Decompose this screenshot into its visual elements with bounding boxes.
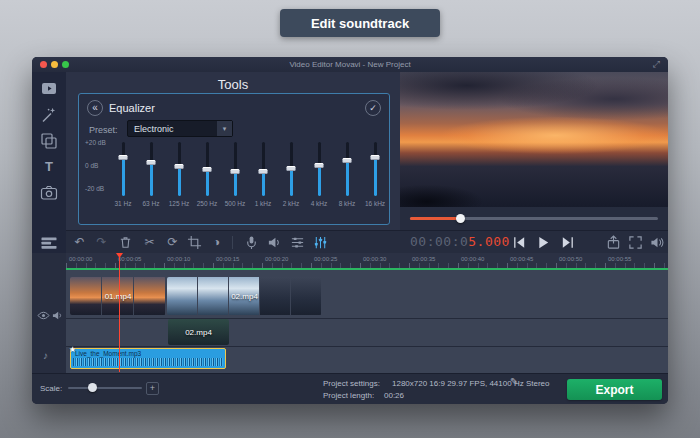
video-clip-2[interactable]: 02.mp4 [167,277,322,315]
sidebar: T [32,72,66,253]
tooltip-label: Edit soundtrack [311,16,409,31]
eq-band-label: 500 Hz [221,200,249,207]
overlay-clip[interactable]: 02.mp4 [168,319,229,345]
eq-band-slider[interactable] [150,142,153,196]
rotate-icon[interactable]: ⟳ [165,235,180,250]
delete-icon[interactable] [118,235,133,250]
eq-band-thumb[interactable] [147,160,156,165]
eq-band: 63 Hz [137,142,165,218]
eq-band-slider[interactable] [234,142,237,196]
project-length-value: 00:26 [384,391,404,400]
timeline-tracks-icon[interactable] [40,234,58,252]
eq-band-thumb[interactable] [315,163,324,168]
preset-label: Preset: [89,125,118,135]
titles-icon[interactable]: T [40,158,58,176]
timeline-tracks[interactable]: 01.mp4 02.mp4 02.mp4 ★ Live_the_Moment.m… [66,270,668,373]
redo-icon[interactable]: ↷ [94,235,109,250]
ruler-label: 00:00:00 [69,256,92,262]
filters-icon[interactable] [40,132,58,150]
equalizer-tool-icon[interactable] [313,235,328,250]
seek-bar-thumb[interactable] [456,214,465,223]
eq-band-fill [374,157,377,196]
audio-clip[interactable]: ★ Live_the_Moment.mp3 [70,348,226,369]
volume-icon[interactable] [650,235,665,250]
equalizer-title: Equalizer [109,102,155,114]
tools-panel: Tools « Equalizer ✓ Preset: Electronic ▾… [66,72,400,230]
tools-panel-title: Tools [66,77,400,92]
eq-band-thumb[interactable] [203,167,212,172]
eq-band-fill [290,168,293,196]
preset-dropdown[interactable]: Electronic ▾ [127,120,233,137]
equalizer-panel: « Equalizer ✓ Preset: Electronic ▾ +20 d… [78,93,390,225]
magic-wand-icon[interactable] [40,106,58,124]
eq-band-fill [318,165,321,196]
undo-icon[interactable]: ↶ [72,235,87,250]
zoom-in-button[interactable]: + [146,382,159,395]
ruler-label: 00:00:35 [412,256,435,262]
edit-settings-pencil-icon[interactable]: ✎ [510,376,518,387]
back-button[interactable]: « [87,100,103,116]
titlebar[interactable]: Video Editor Movavi - New Project ⤢ [32,57,668,73]
track-mute-speaker-icon[interactable] [52,310,63,321]
eq-band-slider[interactable] [346,142,349,196]
preview-controls [400,207,668,230]
next-frame-icon[interactable] [560,235,575,250]
seek-bar[interactable] [410,217,658,220]
fullscreen-icon[interactable] [628,235,643,250]
ruler-label: 00:00:10 [167,256,190,262]
clip-label: 01.mp4 [70,292,166,301]
eq-band-slider[interactable] [318,142,321,196]
timecode: 00:00:05.000 [410,234,510,249]
ruler-label: 00:00:55 [608,256,631,262]
zoom-slider-thumb[interactable] [88,383,97,392]
split-scissors-icon[interactable]: ✂ [142,235,157,250]
eq-band-slider[interactable] [374,142,377,196]
audio-levels-icon[interactable] [290,235,305,250]
share-export-icon[interactable] [606,235,621,250]
clip-label: 02.mp4 [168,328,229,337]
audio-clip-label: Live_the_Moment.mp3 [75,350,141,357]
video-clips-icon[interactable] [40,80,58,98]
zoom-slider[interactable] [68,387,142,389]
eq-band-slider[interactable] [290,142,293,196]
eq-band-thumb[interactable] [119,155,128,160]
stickers-icon[interactable] [40,184,58,202]
scale-label: Scale: [40,384,62,393]
eq-band-thumb[interactable] [343,158,352,163]
eq-band-slider[interactable] [122,142,125,196]
play-icon[interactable] [536,235,551,250]
eq-band: 4 kHz [305,142,333,218]
video-preview[interactable] [400,72,668,207]
eq-band: 1 kHz [249,142,277,218]
eq-band-slider[interactable] [206,142,209,196]
previous-frame-icon[interactable] [512,235,527,250]
color-adjustments-icon[interactable]: ◑ [209,235,224,250]
record-microphone-icon[interactable] [244,235,259,250]
track-visibility-eye-icon[interactable] [37,311,50,320]
audio-track-note-icon: ♪ [43,350,48,361]
apply-button[interactable]: ✓ [365,100,381,116]
eq-band-thumb[interactable] [259,169,268,174]
eq-band-fill [206,169,209,196]
audio-speaker-icon[interactable] [267,235,282,250]
eq-band-slider[interactable] [178,142,181,196]
eq-band-label: 1 kHz [249,200,277,207]
timeline-ruler[interactable]: 00:00:0000:00:0500:00:1000:00:1500:00:20… [66,253,668,268]
track-divider [66,346,668,347]
playhead[interactable] [119,253,120,372]
eq-band-label: 16 kHz [361,200,389,207]
eq-band-thumb[interactable] [231,169,240,174]
expand-window-icon[interactable]: ⤢ [653,59,660,70]
eq-band-thumb[interactable] [175,164,184,169]
video-clip-1[interactable]: 01.mp4 [70,277,166,315]
timecode-prefix: 00:00:0 [410,234,468,249]
eq-band-label: 4 kHz [305,200,333,207]
crop-icon[interactable] [187,235,202,250]
eq-band-thumb[interactable] [287,166,296,171]
export-button[interactable]: Export [567,379,662,400]
toolbar: ↶ ↷ ✂ ⟳ ◑ 00:00:05.000 [66,230,668,253]
eq-band-slider[interactable] [262,142,265,196]
eq-band-thumb[interactable] [371,155,380,160]
ruler-label: 00:00:45 [510,256,533,262]
eq-band-fill [122,157,125,196]
